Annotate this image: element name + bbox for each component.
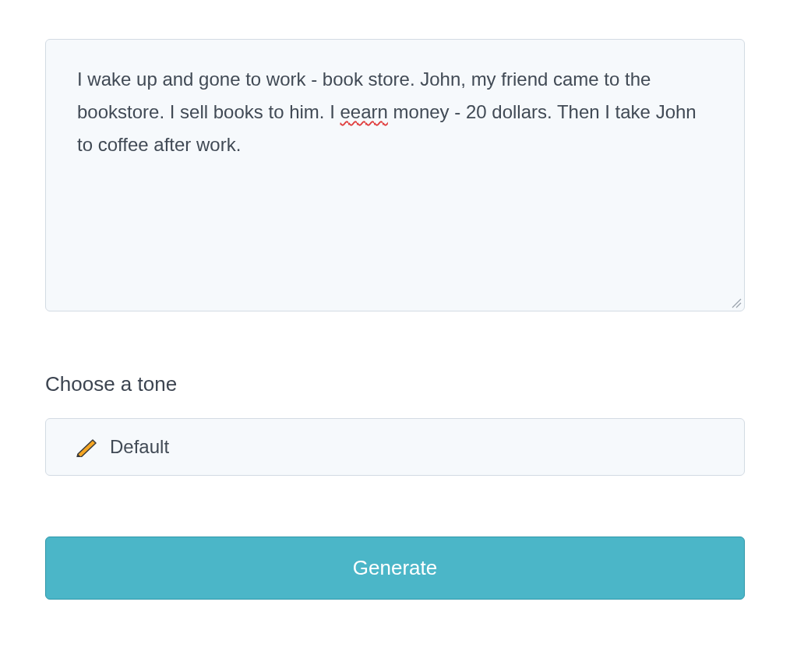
pencil-icon bbox=[76, 437, 99, 457]
tone-selected-label: Default bbox=[110, 436, 169, 458]
spell-error-word: eearn bbox=[340, 101, 388, 122]
text-input[interactable]: I wake up and gone to work - book store.… bbox=[45, 39, 745, 311]
svg-marker-2 bbox=[77, 440, 96, 457]
resize-handle-icon[interactable] bbox=[731, 297, 742, 308]
tone-select[interactable]: Default bbox=[45, 418, 745, 476]
svg-line-0 bbox=[732, 299, 741, 308]
tone-section-label: Choose a tone bbox=[45, 372, 745, 396]
generate-button[interactable]: Generate bbox=[45, 537, 745, 600]
text-input-content: I wake up and gone to work - book store.… bbox=[77, 63, 713, 161]
